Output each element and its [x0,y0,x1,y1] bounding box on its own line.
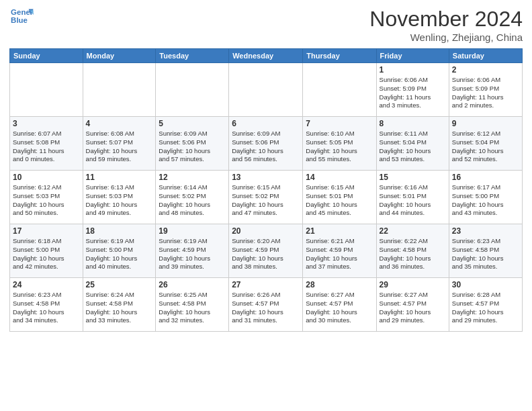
day-info: Sunrise: 6:28 AM Sunset: 4:57 PM Dayligh… [452,291,519,325]
day-info: Sunrise: 6:15 AM Sunset: 5:02 PM Dayligh… [232,183,300,218]
day-number: 30 [452,280,519,289]
week-row-0: 1Sunrise: 6:06 AM Sunset: 5:09 PM Daylig… [10,63,523,117]
day-number: 7 [306,119,373,128]
day-info: Sunrise: 6:14 AM Sunset: 5:02 PM Dayligh… [159,183,226,218]
day-number: 25 [86,280,153,289]
week-row-3: 17Sunrise: 6:18 AM Sunset: 5:00 PM Dayli… [10,224,523,278]
table-row: 2Sunrise: 6:06 AM Sunset: 5:09 PM Daylig… [449,63,522,117]
day-info: Sunrise: 6:09 AM Sunset: 5:06 PM Dayligh… [159,130,226,164]
week-row-2: 10Sunrise: 6:12 AM Sunset: 5:03 PM Dayli… [10,171,523,224]
table-row: 29Sunrise: 6:27 AM Sunset: 4:57 PM Dayli… [376,278,449,332]
table-row: 16Sunrise: 6:17 AM Sunset: 5:00 PM Dayli… [449,171,522,224]
table-row: 22Sunrise: 6:22 AM Sunset: 4:58 PM Dayli… [376,224,449,278]
logo-icon: General Blue [9,7,34,27]
table-row: 14Sunrise: 6:15 AM Sunset: 5:01 PM Dayli… [303,171,376,224]
day-info: Sunrise: 6:19 AM Sunset: 5:00 PM Dayligh… [86,237,153,271]
day-number: 4 [86,119,153,128]
table-row: 4Sunrise: 6:08 AM Sunset: 5:07 PM Daylig… [83,117,156,171]
day-info: Sunrise: 6:20 AM Sunset: 4:59 PM Dayligh… [232,237,300,271]
day-number: 11 [86,173,153,182]
table-row: 6Sunrise: 6:09 AM Sunset: 5:06 PM Daylig… [229,117,303,171]
day-info: Sunrise: 6:23 AM Sunset: 4:58 PM Dayligh… [452,237,519,271]
day-info: Sunrise: 6:07 AM Sunset: 5:08 PM Dayligh… [13,130,80,164]
day-number: 3 [13,119,80,128]
header-saturday: Saturday [449,49,522,63]
header: General Blue November 2024 Wenling, Zhej… [9,7,523,43]
table-row [156,63,229,117]
day-number: 8 [380,119,446,128]
svg-text:Blue: Blue [11,16,28,24]
day-number: 13 [232,173,300,182]
day-number: 16 [452,173,519,182]
header-thursday: Thursday [303,49,376,63]
day-info: Sunrise: 6:16 AM Sunset: 5:01 PM Dayligh… [380,183,446,218]
day-number: 24 [13,280,80,289]
day-number: 28 [306,280,373,289]
day-info: Sunrise: 6:12 AM Sunset: 5:03 PM Dayligh… [13,183,80,218]
calendar-table: Sunday Monday Tuesday Wednesday Thursday… [9,48,523,332]
table-row: 21Sunrise: 6:21 AM Sunset: 4:59 PM Dayli… [303,224,376,278]
table-row: 3Sunrise: 6:07 AM Sunset: 5:08 PM Daylig… [10,117,83,171]
day-number: 14 [306,173,373,182]
day-info: Sunrise: 6:27 AM Sunset: 4:57 PM Dayligh… [306,291,373,325]
day-number: 27 [232,280,300,289]
week-row-4: 24Sunrise: 6:23 AM Sunset: 4:58 PM Dayli… [10,278,523,332]
table-row: 17Sunrise: 6:18 AM Sunset: 5:00 PM Dayli… [10,224,83,278]
day-info: Sunrise: 6:26 AM Sunset: 4:57 PM Dayligh… [232,291,300,325]
table-row [229,63,303,117]
day-number: 19 [159,226,226,236]
table-row [303,63,376,117]
day-number: 26 [159,280,226,289]
page: General Blue November 2024 Wenling, Zhej… [0,0,532,411]
day-number: 6 [232,119,300,128]
day-info: Sunrise: 6:11 AM Sunset: 5:04 PM Dayligh… [380,130,446,164]
table-row: 15Sunrise: 6:16 AM Sunset: 5:01 PM Dayli… [376,171,449,224]
day-info: Sunrise: 6:06 AM Sunset: 5:09 PM Dayligh… [452,76,519,110]
day-info: Sunrise: 6:23 AM Sunset: 4:58 PM Dayligh… [13,291,80,325]
table-row: 7Sunrise: 6:10 AM Sunset: 5:05 PM Daylig… [303,117,376,171]
header-friday: Friday [376,49,449,63]
table-row: 20Sunrise: 6:20 AM Sunset: 4:59 PM Dayli… [229,224,303,278]
month-title: November 2024 [369,7,523,32]
table-row: 28Sunrise: 6:27 AM Sunset: 4:57 PM Dayli… [303,278,376,332]
day-info: Sunrise: 6:15 AM Sunset: 5:01 PM Dayligh… [306,183,373,218]
day-info: Sunrise: 6:21 AM Sunset: 4:59 PM Dayligh… [306,237,373,271]
weekday-header-row: Sunday Monday Tuesday Wednesday Thursday… [10,49,523,63]
day-number: 10 [13,173,80,182]
day-number: 23 [452,226,519,236]
day-number: 15 [380,173,446,182]
table-row: 18Sunrise: 6:19 AM Sunset: 5:00 PM Dayli… [83,224,156,278]
day-info: Sunrise: 6:24 AM Sunset: 4:58 PM Dayligh… [86,291,153,325]
day-number: 20 [232,226,300,236]
table-row: 13Sunrise: 6:15 AM Sunset: 5:02 PM Dayli… [229,171,303,224]
day-number: 22 [380,226,446,236]
day-info: Sunrise: 6:12 AM Sunset: 5:04 PM Dayligh… [452,130,519,164]
table-row: 26Sunrise: 6:25 AM Sunset: 4:58 PM Dayli… [156,278,229,332]
day-number: 21 [306,226,373,236]
header-wednesday: Wednesday [229,49,303,63]
day-info: Sunrise: 6:09 AM Sunset: 5:06 PM Dayligh… [232,130,300,164]
day-number: 9 [452,119,519,128]
table-row [83,63,156,117]
table-row: 9Sunrise: 6:12 AM Sunset: 5:04 PM Daylig… [449,117,522,171]
day-number: 5 [159,119,226,128]
table-row [10,63,83,117]
header-monday: Monday [83,49,156,63]
day-info: Sunrise: 6:06 AM Sunset: 5:09 PM Dayligh… [380,76,446,110]
table-row: 1Sunrise: 6:06 AM Sunset: 5:09 PM Daylig… [376,63,449,117]
day-number: 12 [159,173,226,182]
week-row-1: 3Sunrise: 6:07 AM Sunset: 5:08 PM Daylig… [10,117,523,171]
table-row: 12Sunrise: 6:14 AM Sunset: 5:02 PM Dayli… [156,171,229,224]
day-info: Sunrise: 6:25 AM Sunset: 4:58 PM Dayligh… [159,291,226,325]
day-info: Sunrise: 6:10 AM Sunset: 5:05 PM Dayligh… [306,130,373,164]
day-info: Sunrise: 6:08 AM Sunset: 5:07 PM Dayligh… [86,130,153,164]
table-row: 30Sunrise: 6:28 AM Sunset: 4:57 PM Dayli… [449,278,522,332]
table-row: 27Sunrise: 6:26 AM Sunset: 4:57 PM Dayli… [229,278,303,332]
table-row: 11Sunrise: 6:13 AM Sunset: 5:03 PM Dayli… [83,171,156,224]
day-number: 18 [86,226,153,236]
table-row: 8Sunrise: 6:11 AM Sunset: 5:04 PM Daylig… [376,117,449,171]
table-row: 19Sunrise: 6:19 AM Sunset: 4:59 PM Dayli… [156,224,229,278]
table-row: 10Sunrise: 6:12 AM Sunset: 5:03 PM Dayli… [10,171,83,224]
day-info: Sunrise: 6:22 AM Sunset: 4:58 PM Dayligh… [380,237,446,271]
location-subtitle: Wenling, Zhejiang, China [369,32,523,43]
